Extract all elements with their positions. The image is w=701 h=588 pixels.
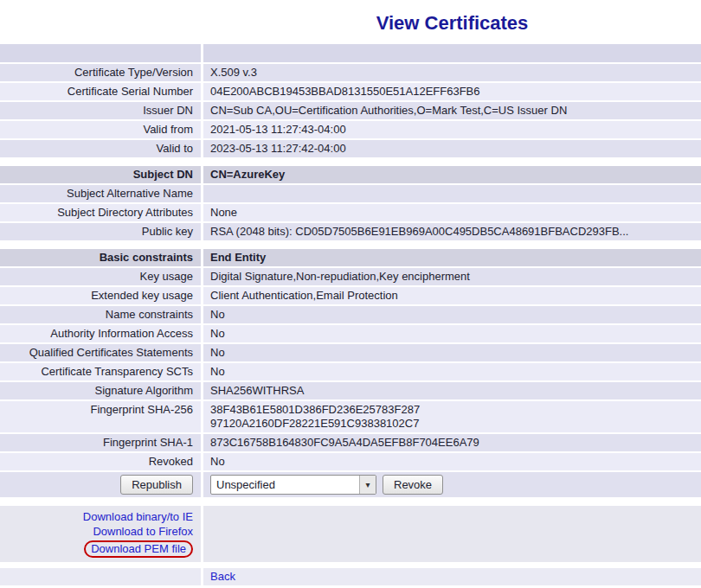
label-qualified-certificates-statements: Qualified Certificates Statements bbox=[0, 344, 201, 361]
value-issuer-dn: CN=Sub CA,OU=Certification Authorities,O… bbox=[203, 102, 701, 119]
value-subject-alternative-name bbox=[203, 185, 701, 202]
republish-button[interactable]: Republish bbox=[120, 475, 193, 495]
label-basic-constraints: Basic constraints bbox=[0, 249, 201, 266]
republish-cell: Republish bbox=[0, 472, 201, 497]
label-valid-from: Valid from bbox=[0, 121, 201, 138]
label-fingerprint-sha-256: Fingerprint SHA-256 bbox=[0, 401, 201, 432]
label-subject-alternative-name: Subject Alternative Name bbox=[0, 185, 201, 202]
value-public-key: RSA (2048 bits): CD05D7505B6E91EB969A00C… bbox=[203, 223, 701, 240]
label-certificate-serial-number: Certificate Serial Number bbox=[0, 83, 201, 100]
back-row-value-cell: Back bbox=[203, 568, 701, 585]
revocation-reason-select-wrap: Unspecified ▾ bbox=[210, 475, 376, 495]
label-name-constraints: Name constraints bbox=[0, 306, 201, 323]
value-valid-from: 2021-05-13 11:27:43-04:00 bbox=[203, 121, 701, 138]
download-empty-cell bbox=[203, 506, 701, 562]
value-valid-to: 2023-05-13 11:27:42-04:00 bbox=[203, 140, 701, 157]
label-certificate-type-version: Certificate Type/Version bbox=[0, 64, 201, 81]
section-gap bbox=[0, 564, 701, 566]
value-authority-information-access: No bbox=[203, 325, 701, 342]
table-top-band-label bbox=[0, 44, 201, 62]
fingerprint-sha-256-line-2: 97120A2160DF28221E591C93838102C7 bbox=[210, 417, 694, 431]
value-certificate-type-version: X.509 v.3 bbox=[203, 64, 701, 81]
value-signature-algorithm: SHA256WITHRSA bbox=[203, 382, 701, 399]
value-key-usage: Digital Signature,Non-repudiation,Key en… bbox=[203, 268, 701, 285]
label-certificate-transparency-scts: Certificate Transparency SCTs bbox=[0, 363, 201, 380]
label-subject-dn: Subject DN bbox=[0, 166, 201, 183]
label-extended-key-usage: Extended key usage bbox=[0, 287, 201, 304]
value-certificate-transparency-scts: No bbox=[203, 363, 701, 380]
label-authority-information-access: Authority Information Access bbox=[0, 325, 201, 342]
section-gap bbox=[0, 159, 701, 164]
value-certificate-serial-number: 04E200ABCB19453BBAD8131550E51A12EFF63FB6 bbox=[203, 83, 701, 100]
value-fingerprint-sha-256: 38F43B61E5801D386FD236E25783F287 97120A2… bbox=[203, 401, 701, 432]
value-extended-key-usage: Client Authentication,Email Protection bbox=[203, 287, 701, 304]
label-subject-directory-attributes: Subject Directory Attributes bbox=[0, 204, 201, 221]
label-issuer-dn: Issuer DN bbox=[0, 102, 201, 119]
label-valid-to: Valid to bbox=[0, 140, 201, 157]
page-title: View Certificates bbox=[203, 12, 701, 35]
value-fingerprint-sha-1: 873C16758B164830FC9A5A4DA5EFB8F704EE6A79 bbox=[203, 434, 701, 451]
label-public-key: Public key bbox=[0, 223, 201, 240]
table-top-band-value bbox=[203, 44, 701, 62]
download-binary-ie-link[interactable]: Download binary/to IE bbox=[83, 510, 193, 524]
back-row-label-cell bbox=[0, 568, 201, 585]
fingerprint-sha-256-line-1: 38F43B61E5801D386FD236E25783F287 bbox=[210, 403, 694, 417]
label-revoked: Revoked bbox=[0, 453, 201, 470]
label-fingerprint-sha-1: Fingerprint SHA-1 bbox=[0, 434, 201, 451]
value-qualified-certificates-statements: No bbox=[203, 344, 701, 361]
value-subject-dn: CN=AzureKey bbox=[203, 166, 701, 183]
label-key-usage: Key usage bbox=[0, 268, 201, 285]
revoke-button[interactable]: Revoke bbox=[383, 475, 443, 495]
value-name-constraints: No bbox=[203, 306, 701, 323]
revoke-cell: Unspecified ▾ Revoke bbox=[203, 472, 701, 497]
value-basic-constraints: End Entity bbox=[203, 249, 701, 266]
section-gap bbox=[0, 242, 701, 247]
certificate-details-table: Certificate Type/Version X.509 v.3 Certi… bbox=[0, 44, 701, 585]
back-link[interactable]: Back bbox=[210, 570, 235, 583]
value-subject-directory-attributes: None bbox=[203, 204, 701, 221]
section-gap bbox=[0, 499, 701, 504]
download-pem-file-link[interactable]: Download PEM file bbox=[84, 540, 193, 558]
revocation-reason-select[interactable]: Unspecified bbox=[210, 475, 376, 495]
value-revoked: No bbox=[203, 453, 701, 470]
page-header: View Certificates bbox=[203, 0, 701, 44]
download-firefox-link[interactable]: Download to Firefox bbox=[93, 525, 193, 539]
label-signature-algorithm: Signature Algorithm bbox=[0, 382, 201, 399]
download-links-cell: Download binary/to IE Download to Firefo… bbox=[0, 506, 201, 562]
